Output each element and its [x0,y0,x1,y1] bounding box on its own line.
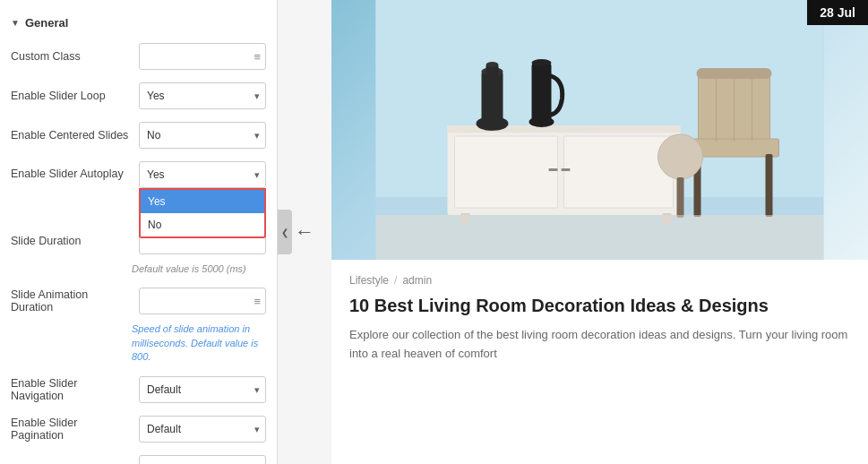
blog-author: admin [402,274,432,287]
slider-navigation-select-wrap: Default Yes No ▾ [139,376,266,403]
section-general-header[interactable]: ▼ General [0,9,277,37]
slider-pagination-select-wrap: Default Yes No ▾ [139,416,266,443]
furniture-scene-svg [331,0,868,260]
svg-rect-28 [376,215,824,260]
section-title: General [25,16,68,30]
slider-loop-label: Enable Slider Loop [11,90,132,102]
slider-autoplay-selected-value: Yes [147,168,165,181]
centered-slides-label: Enable Centered Slides [11,129,132,142]
svg-rect-11 [482,72,503,127]
slide-animation-row: Slide Animation Duration ≡ [0,281,277,321]
slide-animation-hint: Speed of slide animation in milliseconds… [0,321,277,369]
centered-slides-row: Enable Centered Slides No Yes ▾ [0,116,277,155]
image-proportions-control: Original 1:1 4:3 16:9 ▾ [139,455,266,464]
blog-meta: Lifestyle / admin [349,274,850,287]
slider-autoplay-label: Enable Slider Autoplay [11,161,132,180]
slider-pagination-label: Enable Slider Pagination [11,417,132,442]
image-proportions-select-wrap: Original 1:1 4:3 16:9 ▾ [139,455,266,464]
slider-navigation-control: Default Yes No ▾ [139,376,266,403]
image-proportions-select[interactable]: Original 1:1 4:3 16:9 [139,455,266,464]
custom-class-label: Custom Class [11,50,132,63]
svg-rect-16 [532,63,552,124]
svg-rect-5 [564,136,674,208]
centered-slides-select-wrap: No Yes ▾ [139,122,266,149]
settings-panel: ▼ General Custom Class ≡ Enable Slider L… [0,0,278,464]
custom-class-input[interactable] [139,43,266,70]
slide-duration-label: Slide Duration [11,235,132,247]
slide-animation-input[interactable] [139,288,266,314]
centered-slides-select[interactable]: No Yes [139,122,266,149]
preview-panel: ❮ ← Feb [278,0,868,464]
blog-title: 10 Best Living Room Decoration Ideas & D… [349,294,850,317]
slider-loop-select[interactable]: Yes No [139,82,266,109]
custom-class-control: ≡ [139,43,266,70]
slide-duration-hint: Default value is 5000 (ms) [0,261,277,281]
slide-animation-control: ≡ [139,288,266,314]
blog-image-area: Feb [331,0,868,260]
svg-point-17 [532,59,552,66]
blog-content-area: Lifestyle / admin 10 Best Living Room De… [331,260,868,464]
blog-meta-slash: / [394,274,397,287]
slider-pagination-control: Default Yes No ▾ [139,416,266,443]
svg-rect-25 [697,68,772,79]
blog-image-content [331,0,868,260]
slider-loop-control: Yes No ▾ [139,82,266,109]
image-proportions-row: Image Proportions Original 1:1 4:3 16:9 … [0,449,277,464]
slider-autoplay-option-no[interactable]: No [141,213,264,236]
slider-navigation-label: Enable Slider Navigation [11,377,132,402]
blog-card: Feb [331,0,868,464]
slide-animation-icon: ≡ [254,295,261,308]
slide-animation-label: Slide Animation Duration [11,288,132,314]
slider-autoplay-option-yes[interactable]: Yes [141,190,264,213]
slider-autoplay-arrow-icon: ▾ [254,169,260,181]
svg-point-26 [658,134,703,179]
svg-rect-7 [562,168,571,171]
custom-class-row: Custom Class ≡ [0,37,277,76]
slider-loop-row: Enable Slider Loop Yes No ▾ [0,76,277,116]
slider-autoplay-row: Enable Slider Autoplay Yes ▾ Yes No ← [0,155,277,188]
prev-slide-button[interactable]: ← [295,220,314,244]
slider-pagination-select[interactable]: Default Yes No [139,416,266,443]
slider-autoplay-control: Yes ▾ Yes No ← [139,161,266,188]
svg-rect-6 [549,168,558,171]
svg-rect-27 [677,177,684,218]
blog-category: Lifestyle [349,274,389,287]
blog-preview-area: ← Feb [278,0,868,464]
centered-slides-control: No Yes ▾ [139,122,266,149]
svg-point-14 [486,62,499,67]
slider-loop-select-wrap: Yes No ▾ [139,82,266,109]
slider-pagination-row: Enable Slider Pagination Default Yes No … [0,409,277,449]
blog-excerpt: Explore our collection of the best livin… [349,326,850,364]
svg-rect-4 [455,136,558,208]
slider-navigation-select[interactable]: Default Yes No [139,376,266,403]
svg-rect-21 [766,154,773,217]
slider-autoplay-selected[interactable]: Yes ▾ [139,161,266,188]
slider-navigation-row: Enable Slider Navigation Default Yes No … [0,370,277,409]
date-badge: 28 Jul [807,0,868,25]
collapse-icon: ❮ [281,228,288,237]
custom-class-icon: ≡ [254,50,261,64]
section-collapse-arrow: ▼ [11,18,20,28]
collapse-panel-button[interactable]: ❮ [278,210,292,254]
slider-autoplay-options: Yes No [139,188,266,238]
